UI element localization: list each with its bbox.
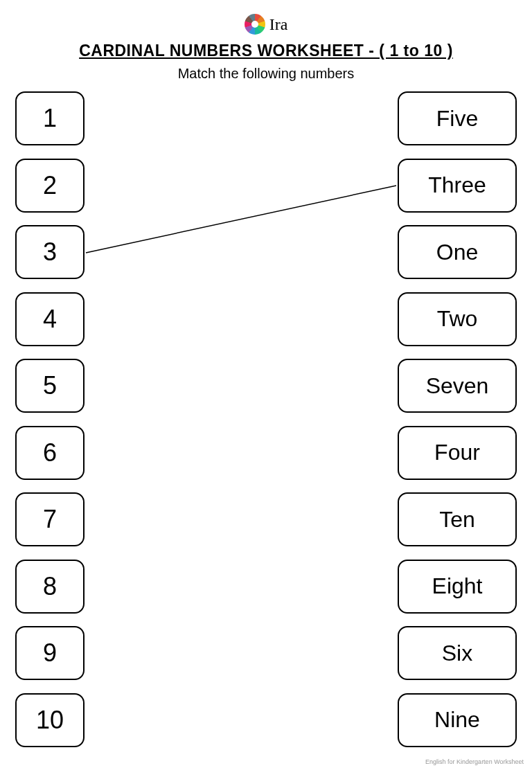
word-box[interactable]: Six <box>398 626 517 680</box>
logo-text: Ira <box>269 15 288 34</box>
worksheet-page: Ira CARDINAL NUMBERS WORKSHEET - ( 1 to … <box>0 0 532 768</box>
number-box[interactable]: 5 <box>15 359 85 413</box>
word-box[interactable]: Ten <box>398 492 517 546</box>
logo-row: Ira <box>0 14 532 35</box>
columns: 1 2 3 4 5 6 7 8 9 10 Five Three One Two … <box>0 91 532 761</box>
word-box[interactable]: Five <box>398 91 517 145</box>
word-box[interactable]: One <box>398 225 517 279</box>
word-box[interactable]: Two <box>398 292 517 346</box>
number-box[interactable]: 7 <box>15 492 85 546</box>
number-box[interactable]: 4 <box>15 292 85 346</box>
worksheet-title: CARDINAL NUMBERS WORKSHEET - ( 1 to 10 ) <box>0 42 532 60</box>
word-box[interactable]: Four <box>398 426 517 480</box>
color-wheel-icon <box>245 14 265 35</box>
number-box[interactable]: 10 <box>15 693 85 747</box>
number-box[interactable]: 3 <box>15 225 85 279</box>
words-column: Five Three One Two Seven Four Ten Eight … <box>398 91 517 761</box>
numbers-column: 1 2 3 4 5 6 7 8 9 10 <box>15 91 85 761</box>
word-box[interactable]: Nine <box>398 693 517 747</box>
worksheet-subtitle: Match the following numbers <box>0 66 532 82</box>
word-box[interactable]: Eight <box>398 560 517 614</box>
footer-text: English for Kindergarten Worksheet <box>425 758 524 765</box>
number-box[interactable]: 2 <box>15 159 85 213</box>
number-box[interactable]: 1 <box>15 91 85 145</box>
number-box[interactable]: 9 <box>15 626 85 680</box>
word-box[interactable]: Three <box>398 159 517 213</box>
number-box[interactable]: 6 <box>15 426 85 480</box>
word-box[interactable]: Seven <box>398 359 517 413</box>
number-box[interactable]: 8 <box>15 560 85 614</box>
header: Ira CARDINAL NUMBERS WORKSHEET - ( 1 to … <box>0 14 532 82</box>
